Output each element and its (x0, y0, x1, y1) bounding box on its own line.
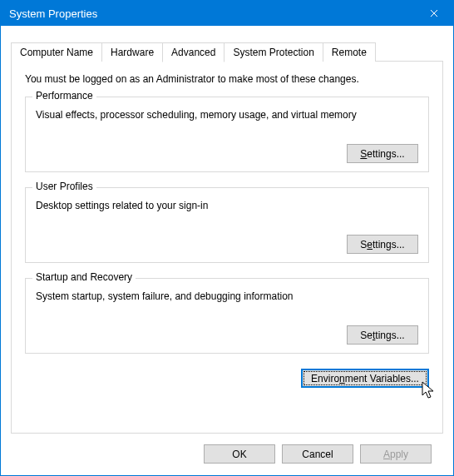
group-startup-recovery-desc: System startup, system failure, and debu… (36, 290, 418, 302)
group-startup-recovery: Startup and Recovery System startup, sys… (25, 278, 429, 354)
tab-panel-advanced: You must be logged on as an Administrato… (11, 61, 443, 434)
tab-computer-name[interactable]: Computer Name (11, 42, 102, 62)
tab-remote[interactable]: Remote (323, 42, 376, 62)
group-user-profiles-title: User Profiles (32, 181, 96, 192)
group-performance-desc: Visual effects, processor scheduling, me… (36, 109, 418, 121)
tab-system-protection[interactable]: System Protection (224, 42, 323, 62)
environment-variables-button[interactable]: Environment Variables... (301, 369, 429, 388)
apply-button: Apply (360, 444, 432, 464)
close-icon (430, 7, 438, 20)
tab-strip: Computer Name Hardware Advanced System P… (11, 42, 443, 62)
user-profiles-settings-button[interactable]: Settings... (347, 235, 418, 254)
group-startup-recovery-title: Startup and Recovery (32, 271, 136, 283)
cancel-button[interactable]: Cancel (282, 444, 353, 464)
admin-notice: You must be logged on as an Administrato… (25, 73, 429, 85)
window-title: System Properties (9, 7, 97, 20)
window-close-button[interactable] (415, 1, 453, 26)
startup-settings-button[interactable]: Settings... (347, 325, 418, 345)
group-performance: Performance Visual effects, processor sc… (25, 97, 429, 172)
dialog-button-row: OK Cancel Apply (11, 434, 443, 464)
window-titlebar: System Properties (1, 1, 453, 26)
ok-button[interactable]: OK (204, 444, 275, 464)
group-user-profiles: User Profiles Desktop settings related t… (25, 187, 429, 263)
performance-settings-button[interactable]: Settings... (347, 144, 418, 163)
tab-advanced[interactable]: Advanced (162, 42, 225, 62)
group-user-profiles-desc: Desktop settings related to your sign-in (36, 200, 418, 211)
group-performance-title: Performance (32, 90, 96, 102)
tab-hardware[interactable]: Hardware (101, 42, 163, 62)
